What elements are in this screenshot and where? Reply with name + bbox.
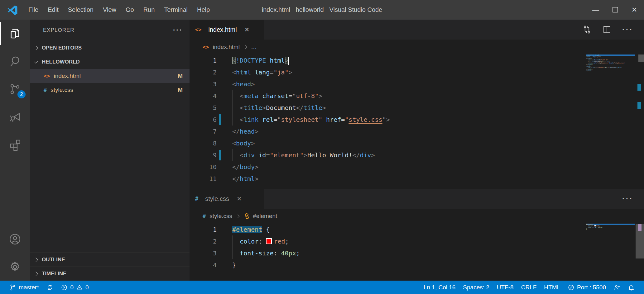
vertical-scrollbar[interactable] [635,55,644,189]
tab-index-html[interactable]: <> index.html ✕ [190,20,264,40]
minimap[interactable]: #element { color: red; font-size: 40px;} [586,224,635,281]
breadcrumb-symbol[interactable]: … [251,44,257,50]
sidebar-title: EXPLORER [43,27,74,33]
css-file-icon: # [44,87,47,93]
outline-label: OUTLINE [42,257,65,263]
css-file-icon: # [195,196,198,202]
css-rule-symbol-icon [243,213,250,220]
editor-area: <> index.html ✕ ··· <> index.html [190,20,644,281]
more-actions-button[interactable]: ··· [622,25,633,34]
split-editor-icon[interactable] [602,25,612,34]
tab-bar: <> index.html ✕ ··· [190,20,644,40]
settings-gear-icon[interactable] [0,253,30,281]
breadcrumb-separator-icon [236,214,239,218]
overview-selection-mark [638,224,642,231]
tab-bar: # style.css ✕ ··· [190,189,644,209]
extensions-icon[interactable] [0,130,30,158]
html-file-icon: <> [203,44,209,50]
accounts-icon[interactable] [0,225,30,253]
source-control-icon[interactable]: 2 [0,75,30,103]
timeline-section[interactable]: TIMELINE [30,267,190,281]
feedback-button[interactable] [610,281,624,294]
html-file-icon: <> [195,26,201,33]
menu-edit[interactable]: Edit [43,0,63,20]
menu-help[interactable]: Help [192,0,214,20]
breadcrumb-file[interactable]: # style.css [203,213,232,220]
feedback-icon [613,284,620,291]
code-editor-style-css[interactable]: 1234 #element { color: red; font-size: 4… [190,224,644,281]
window-controls: — ✕ [586,0,644,20]
file-style-css[interactable]: # style.css M [30,83,190,97]
chevron-right-icon [34,46,38,50]
scrollbar-thumb[interactable] [638,55,644,62]
activity-bar: 2 [0,20,30,281]
explorer-icon[interactable] [0,20,30,47]
line-numbers-gutter: 1234 [190,224,232,271]
chevron-right-icon [34,272,38,276]
menu-go[interactable]: Go [121,0,139,20]
menu-terminal[interactable]: Terminal [159,0,192,20]
maximize-icon [613,7,618,12]
folder-helloworld[interactable]: HELLOWORLD [30,55,190,69]
problems-item[interactable]: 0 0 [57,281,92,294]
css-file-icon: # [203,213,206,219]
language-mode-item[interactable]: HTML [540,281,564,294]
outline-section[interactable]: OUTLINE [30,253,190,267]
breadcrumb-file[interactable]: <> index.html [203,44,240,50]
breadcrumb-separator-icon [243,45,247,49]
source-control-badge: 2 [17,90,26,98]
more-actions-button[interactable]: ··· [622,194,633,203]
notifications-button[interactable] [624,281,638,294]
encoding-item[interactable]: UTF-8 [493,281,517,294]
tab-label: index.html [208,26,237,33]
indentation-item[interactable]: Spaces: 2 [459,281,493,294]
errors-icon [61,284,68,291]
vscode-logo-icon [7,4,18,16]
minimap[interactable]: <!DOCTYPE html><html lang="ja"><head> <m… [586,55,635,189]
tab-style-css[interactable]: # style.css ✕ [190,189,264,209]
menu-file[interactable]: File [24,0,43,20]
close-tab-icon[interactable]: ✕ [243,25,252,34]
html-file-icon: <> [44,73,50,79]
menu-selection[interactable]: Selection [63,0,98,20]
close-tab-icon[interactable]: ✕ [235,194,244,203]
editor-group-style-css: # style.css ✕ ··· # style.css [190,189,644,281]
warnings-icon [76,284,83,291]
overview-modified-mark [637,102,641,109]
search-icon[interactable] [0,47,30,75]
minimize-button[interactable]: — [586,0,605,20]
branch-icon [9,284,16,291]
eol-item[interactable]: CRLF [517,281,541,294]
git-modified-badge: M [178,87,183,93]
folder-label: HELLOWORLD [42,59,80,65]
open-editors-label: OPEN EDITORS [42,45,82,51]
file-index-html[interactable]: <> index.html M [30,69,190,83]
tab-label: style.css [205,195,229,202]
file-name: style.css [50,87,73,93]
sync-changes-button[interactable] [43,281,57,294]
menu-run[interactable]: Run [139,0,160,20]
vertical-scrollbar[interactable] [635,224,644,281]
overview-modified-mark [637,84,641,91]
chevron-right-icon [34,258,38,262]
title-bar: File Edit Selection View Go Run Terminal… [0,0,644,20]
maximize-button[interactable] [605,0,625,20]
menu-view[interactable]: View [98,0,121,20]
code-editor-index-html[interactable]: 1234567891011 <!DOCTYPE html><html lang=… [190,55,644,189]
blocked-circle-icon [568,284,574,291]
git-branch-item[interactable]: master* [6,281,43,294]
cursor-position-item[interactable]: Ln 1, Col 16 [420,281,459,294]
code-content[interactable]: <!DOCTYPE html><html lang="ja"><head> <m… [232,55,585,185]
open-editors-section[interactable]: OPEN EDITORS [30,41,190,55]
run-debug-icon[interactable] [0,103,30,130]
close-button[interactable]: ✕ [625,0,644,20]
breadcrumb-symbol[interactable]: #element [243,213,277,220]
sync-icon [46,284,53,291]
explorer-actions-button[interactable]: ··· [171,26,185,34]
code-content[interactable]: #element { color: red; font-size: 40px;} [232,224,585,271]
timeline-label: TIMELINE [42,271,66,277]
breadcrumb: # style.css #element [190,209,644,224]
open-changes-icon[interactable] [582,25,592,34]
line-numbers-gutter: 1234567891011 [190,55,232,185]
live-server-port-item[interactable]: Port : 5500 [564,281,610,294]
